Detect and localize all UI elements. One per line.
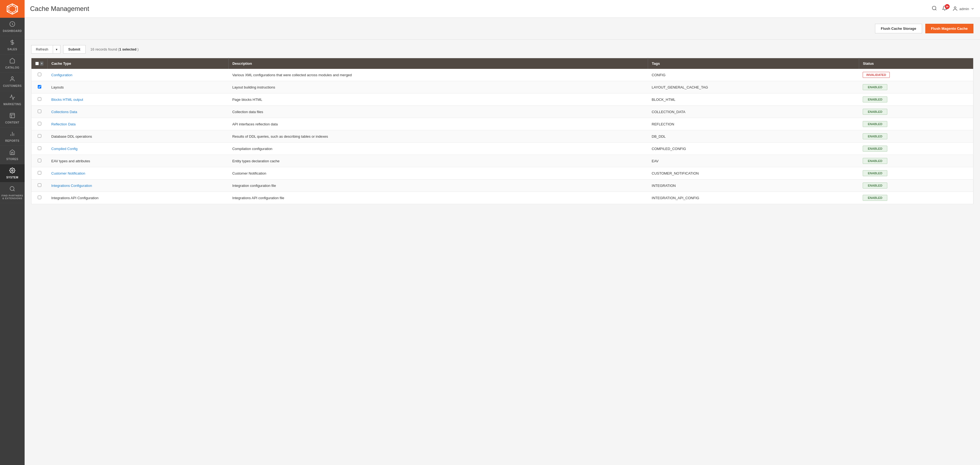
table-row: ConfigurationVarious XML configurations … (32, 69, 974, 81)
row-cache-type: Database DDL operations (48, 130, 229, 143)
cache-type-link[interactable]: Collections Data (51, 110, 77, 114)
row-checkbox[interactable] (38, 134, 41, 138)
row-tags: LAYOUT_GENERAL_CACHE_TAG (648, 81, 859, 94)
row-status: ENABLED (859, 106, 973, 118)
sidebar-item-sales[interactable]: SALES (0, 36, 25, 54)
cache-type-link[interactable]: Reflection Data (51, 122, 76, 126)
refresh-dropdown-button[interactable]: ▾ (53, 45, 60, 54)
row-description: Integration configuration file (228, 179, 648, 192)
status-badge: ENABLED (863, 97, 887, 102)
submit-button[interactable]: Submit (63, 45, 86, 54)
row-checkbox-cell (32, 155, 48, 167)
cache-table: ▾ Cache Type Description Tags Status Con… (31, 58, 974, 204)
sidebar-item-label: MARKETING (3, 103, 21, 106)
svg-marker-1 (9, 5, 16, 12)
row-status: ENABLED (859, 94, 973, 106)
checkbox-dropdown-arrow[interactable]: ▾ (40, 62, 43, 65)
row-checkbox-cell (32, 118, 48, 130)
svg-point-18 (10, 187, 14, 191)
row-tags: INTEGRATION_API_CONFIG (648, 192, 859, 204)
sidebar: DASHBOARD SALES CATALOG CUSTOMERS MARKET… (0, 0, 25, 465)
row-cache-type: Integrations API Configuration (48, 192, 229, 204)
records-suffix: ) (137, 47, 138, 51)
table-row: Collections DataCollection data filesCOL… (32, 106, 974, 118)
row-checkbox[interactable] (38, 73, 41, 76)
row-status: INVALIDATED (859, 69, 973, 81)
row-description: Collection data files (228, 106, 648, 118)
row-description: Results of DDL queries, such as describi… (228, 130, 648, 143)
row-checkbox[interactable] (38, 97, 41, 101)
sidebar-item-system[interactable]: SYSTEM (0, 164, 25, 183)
page-title: Cache Management (30, 5, 89, 13)
flush-cache-storage-button[interactable]: Flush Cache Storage (875, 24, 922, 33)
sidebar-item-label: FIND PARTNERS& EXTENSIONS (2, 194, 23, 200)
th-description: Description (228, 58, 648, 69)
row-checkbox[interactable] (38, 159, 41, 162)
status-badge: ENABLED (863, 170, 887, 176)
cache-type-link[interactable]: Configuration (51, 73, 72, 77)
sidebar-item-content[interactable]: CONTENT (0, 109, 25, 128)
row-tags: BLOCK_HTML (648, 94, 859, 106)
sidebar-item-find-partners[interactable]: FIND PARTNERS& EXTENSIONS (0, 183, 25, 203)
sidebar-item-label: SYSTEM (6, 176, 18, 179)
row-cache-type: Collections Data (48, 106, 229, 118)
table-row: LayoutsLayout building instructionsLAYOU… (32, 81, 974, 94)
row-cache-type: Integrations Configuration (48, 179, 229, 192)
logo[interactable] (0, 0, 25, 18)
refresh-button[interactable]: Refresh (31, 45, 53, 54)
user-menu[interactable]: admin (952, 6, 975, 11)
row-checkbox[interactable] (38, 171, 41, 175)
cache-type-link[interactable]: Customer Notification (51, 171, 85, 175)
sidebar-item-customers[interactable]: CUSTOMERS (0, 73, 25, 91)
row-checkbox[interactable] (38, 195, 41, 199)
row-tags: INTEGRATION (648, 179, 859, 192)
flush-magento-cache-button[interactable]: Flush Magento Cache (925, 24, 974, 33)
status-badge: ENABLED (863, 195, 887, 201)
row-cache-type: Configuration (48, 69, 229, 81)
sidebar-item-marketing[interactable]: MARKETING (0, 91, 25, 109)
sidebar-item-label: CONTENT (5, 121, 19, 124)
cache-type-link[interactable]: Compiled Config (51, 147, 78, 151)
row-checkbox[interactable] (38, 146, 41, 150)
th-checkbox: ▾ (32, 58, 48, 69)
select-all-checkbox[interactable] (35, 62, 39, 65)
table-row: Reflection DataAPI interfaces reflection… (32, 118, 974, 130)
sidebar-item-stores[interactable]: STORES (0, 146, 25, 164)
th-status: Status (859, 58, 973, 69)
th-tags: Tags (648, 58, 859, 69)
row-status: ENABLED (859, 167, 973, 179)
sidebar-item-label: CATALOG (5, 66, 19, 69)
row-status: ENABLED (859, 130, 973, 143)
row-cache-type: Customer Notification (48, 167, 229, 179)
notification-button[interactable]: 39 (942, 5, 947, 12)
row-checkbox-cell (32, 130, 48, 143)
topbar: Cache Management 39 admin (25, 0, 980, 18)
table-row: Customer NotificationCustomer Notificati… (32, 167, 974, 179)
row-checkbox[interactable] (38, 122, 41, 125)
search-icon[interactable] (932, 5, 937, 12)
sidebar-item-reports[interactable]: REPORTS (0, 128, 25, 146)
row-tags: REFLECTION (648, 118, 859, 130)
refresh-group: Refresh ▾ (31, 45, 60, 54)
cache-type-link[interactable]: Integrations Configuration (51, 184, 92, 188)
sidebar-item-catalog[interactable]: CATALOG (0, 54, 25, 73)
row-tags: DB_DDL (648, 130, 859, 143)
checkbox-header: ▾ (35, 62, 43, 65)
sidebar-item-dashboard[interactable]: DASHBOARD (0, 18, 25, 36)
svg-point-17 (11, 170, 13, 171)
svg-line-21 (935, 9, 936, 10)
row-tags: COLLECTION_DATA (648, 106, 859, 118)
row-description: Page blocks HTML (228, 94, 648, 106)
row-checkbox[interactable] (38, 85, 41, 89)
customers-icon (9, 76, 15, 83)
table-header-row: ▾ Cache Type Description Tags Status (32, 58, 974, 69)
row-checkbox[interactable] (38, 183, 41, 187)
row-checkbox[interactable] (38, 110, 41, 113)
cache-type-link[interactable]: Blocks HTML output (51, 98, 83, 102)
row-status: ENABLED (859, 81, 973, 94)
table-header: ▾ Cache Type Description Tags Status (32, 58, 974, 69)
table-row: Integrations API ConfigurationIntegratio… (32, 192, 974, 204)
row-checkbox-cell (32, 69, 48, 81)
table-row: Integrations ConfigurationIntegration co… (32, 179, 974, 192)
status-badge: INVALIDATED (863, 72, 889, 78)
